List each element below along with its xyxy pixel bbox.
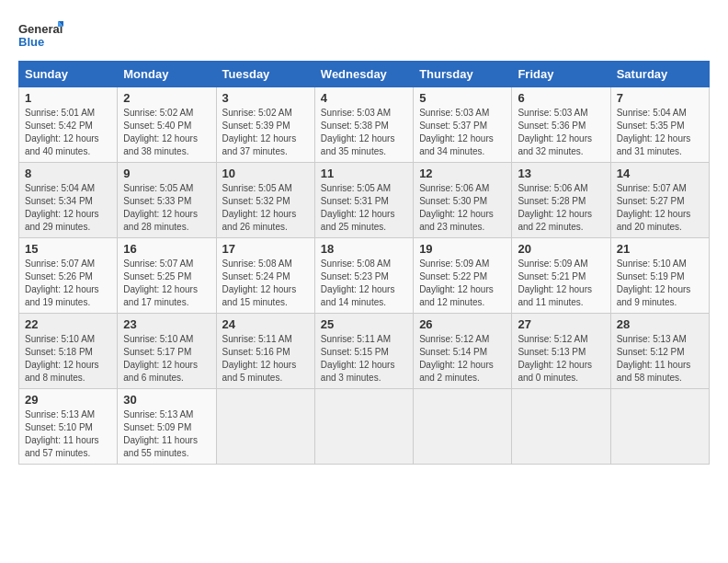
day-number: 23 <box>123 317 210 331</box>
calendar-header-wednesday: Wednesday <box>314 62 413 87</box>
day-info: Sunrise: 5:05 AMSunset: 5:31 PMDaylight:… <box>321 182 407 234</box>
calendar-cell: 25Sunrise: 5:11 AMSunset: 5:15 PMDayligh… <box>314 314 413 389</box>
day-number: 2 <box>123 91 210 105</box>
day-info: Sunrise: 5:09 AMSunset: 5:22 PMDaylight:… <box>419 258 506 309</box>
header: General Blue <box>18 18 710 52</box>
day-number: 29 <box>25 393 111 407</box>
day-number: 25 <box>321 317 407 331</box>
logo-svg: General Blue <box>18 18 64 52</box>
day-info: Sunrise: 5:13 AMSunset: 5:10 PMDaylight:… <box>25 408 111 460</box>
day-number: 15 <box>25 242 111 256</box>
day-info: Sunrise: 5:10 AMSunset: 5:19 PMDaylight:… <box>617 258 703 309</box>
day-info: Sunrise: 5:03 AMSunset: 5:38 PMDaylight:… <box>321 107 407 158</box>
day-number: 7 <box>617 91 703 105</box>
day-number: 19 <box>419 242 506 256</box>
day-number: 24 <box>222 317 309 331</box>
day-number: 3 <box>222 91 309 105</box>
calendar-header-row: SundayMondayTuesdayWednesdayThursdayFrid… <box>19 62 710 87</box>
day-info: Sunrise: 5:08 AMSunset: 5:23 PMDaylight:… <box>321 258 407 309</box>
day-info: Sunrise: 5:12 AMSunset: 5:13 PMDaylight:… <box>518 333 604 385</box>
calendar-cell <box>512 389 610 465</box>
calendar-cell <box>414 389 512 465</box>
calendar-week-3: 15Sunrise: 5:07 AMSunset: 5:26 PMDayligh… <box>19 238 710 314</box>
calendar-cell: 15Sunrise: 5:07 AMSunset: 5:26 PMDayligh… <box>19 238 118 314</box>
calendar-cell: 18Sunrise: 5:08 AMSunset: 5:23 PMDayligh… <box>314 238 413 314</box>
calendar-cell <box>610 389 709 465</box>
calendar-cell: 11Sunrise: 5:05 AMSunset: 5:31 PMDayligh… <box>314 163 413 238</box>
calendar-cell: 26Sunrise: 5:12 AMSunset: 5:14 PMDayligh… <box>414 314 512 389</box>
day-info: Sunrise: 5:13 AMSunset: 5:12 PMDaylight:… <box>617 333 703 385</box>
calendar-cell: 17Sunrise: 5:08 AMSunset: 5:24 PMDayligh… <box>216 238 314 314</box>
day-number: 12 <box>419 167 506 180</box>
calendar-cell: 20Sunrise: 5:09 AMSunset: 5:21 PMDayligh… <box>512 238 610 314</box>
day-info: Sunrise: 5:12 AMSunset: 5:14 PMDaylight:… <box>419 333 506 385</box>
calendar-cell: 22Sunrise: 5:10 AMSunset: 5:18 PMDayligh… <box>19 314 118 389</box>
day-number: 10 <box>222 167 309 180</box>
calendar-week-1: 1Sunrise: 5:01 AMSunset: 5:42 PMDaylight… <box>19 87 710 163</box>
calendar-cell: 12Sunrise: 5:06 AMSunset: 5:30 PMDayligh… <box>414 163 512 238</box>
day-number: 18 <box>321 242 407 256</box>
day-number: 14 <box>617 167 703 180</box>
calendar-cell: 29Sunrise: 5:13 AMSunset: 5:10 PMDayligh… <box>19 389 118 465</box>
day-number: 22 <box>25 317 111 331</box>
day-info: Sunrise: 5:07 AMSunset: 5:26 PMDaylight:… <box>25 258 111 309</box>
calendar-cell: 23Sunrise: 5:10 AMSunset: 5:17 PMDayligh… <box>118 314 216 389</box>
calendar-cell <box>216 389 314 465</box>
calendar-cell: 9Sunrise: 5:05 AMSunset: 5:33 PMDaylight… <box>118 163 216 238</box>
day-info: Sunrise: 5:04 AMSunset: 5:34 PMDaylight:… <box>25 182 111 234</box>
day-number: 30 <box>123 393 210 407</box>
day-number: 1 <box>25 91 111 105</box>
day-number: 11 <box>321 167 407 180</box>
day-info: Sunrise: 5:05 AMSunset: 5:33 PMDaylight:… <box>123 182 210 234</box>
calendar-cell: 2Sunrise: 5:02 AMSunset: 5:40 PMDaylight… <box>118 87 216 163</box>
calendar-week-4: 22Sunrise: 5:10 AMSunset: 5:18 PMDayligh… <box>19 314 710 389</box>
day-number: 9 <box>123 167 210 180</box>
day-info: Sunrise: 5:05 AMSunset: 5:32 PMDaylight:… <box>222 182 309 234</box>
calendar-cell: 10Sunrise: 5:05 AMSunset: 5:32 PMDayligh… <box>216 163 314 238</box>
calendar-cell: 24Sunrise: 5:11 AMSunset: 5:16 PMDayligh… <box>216 314 314 389</box>
calendar-cell: 1Sunrise: 5:01 AMSunset: 5:42 PMDaylight… <box>19 87 118 163</box>
calendar-cell: 21Sunrise: 5:10 AMSunset: 5:19 PMDayligh… <box>610 238 709 314</box>
calendar-cell: 5Sunrise: 5:03 AMSunset: 5:37 PMDaylight… <box>414 87 512 163</box>
day-info: Sunrise: 5:06 AMSunset: 5:28 PMDaylight:… <box>518 182 604 234</box>
calendar-cell: 6Sunrise: 5:03 AMSunset: 5:36 PMDaylight… <box>512 87 610 163</box>
day-info: Sunrise: 5:02 AMSunset: 5:40 PMDaylight:… <box>123 107 210 158</box>
calendar-header-saturday: Saturday <box>610 62 709 87</box>
day-info: Sunrise: 5:03 AMSunset: 5:37 PMDaylight:… <box>419 107 506 158</box>
day-info: Sunrise: 5:07 AMSunset: 5:27 PMDaylight:… <box>617 182 703 234</box>
svg-text:Blue: Blue <box>18 35 44 49</box>
day-info: Sunrise: 5:10 AMSunset: 5:18 PMDaylight:… <box>25 333 111 385</box>
day-number: 28 <box>617 317 703 331</box>
calendar-cell: 14Sunrise: 5:07 AMSunset: 5:27 PMDayligh… <box>610 163 709 238</box>
day-number: 5 <box>419 91 506 105</box>
calendar-cell: 13Sunrise: 5:06 AMSunset: 5:28 PMDayligh… <box>512 163 610 238</box>
day-info: Sunrise: 5:03 AMSunset: 5:36 PMDaylight:… <box>518 107 604 158</box>
day-info: Sunrise: 5:13 AMSunset: 5:09 PMDaylight:… <box>123 408 210 460</box>
day-number: 8 <box>25 167 111 180</box>
day-info: Sunrise: 5:02 AMSunset: 5:39 PMDaylight:… <box>222 107 309 158</box>
calendar-header-tuesday: Tuesday <box>216 62 314 87</box>
calendar-header-friday: Friday <box>512 62 610 87</box>
svg-text:General: General <box>18 22 63 36</box>
day-info: Sunrise: 5:10 AMSunset: 5:17 PMDaylight:… <box>123 333 210 385</box>
calendar-cell: 27Sunrise: 5:12 AMSunset: 5:13 PMDayligh… <box>512 314 610 389</box>
calendar-cell: 16Sunrise: 5:07 AMSunset: 5:25 PMDayligh… <box>118 238 216 314</box>
logo: General Blue <box>18 18 64 52</box>
day-number: 21 <box>617 242 703 256</box>
day-info: Sunrise: 5:04 AMSunset: 5:35 PMDaylight:… <box>617 107 703 158</box>
day-info: Sunrise: 5:09 AMSunset: 5:21 PMDaylight:… <box>518 258 604 309</box>
calendar-cell: 30Sunrise: 5:13 AMSunset: 5:09 PMDayligh… <box>118 389 216 465</box>
calendar-header-monday: Monday <box>118 62 216 87</box>
day-number: 27 <box>518 317 604 331</box>
calendar-cell <box>314 389 413 465</box>
calendar-cell: 7Sunrise: 5:04 AMSunset: 5:35 PMDaylight… <box>610 87 709 163</box>
calendar-cell: 19Sunrise: 5:09 AMSunset: 5:22 PMDayligh… <box>414 238 512 314</box>
day-number: 16 <box>123 242 210 256</box>
day-info: Sunrise: 5:07 AMSunset: 5:25 PMDaylight:… <box>123 258 210 309</box>
day-info: Sunrise: 5:11 AMSunset: 5:16 PMDaylight:… <box>222 333 309 385</box>
day-info: Sunrise: 5:01 AMSunset: 5:42 PMDaylight:… <box>25 107 111 158</box>
calendar-table: SundayMondayTuesdayWednesdayThursdayFrid… <box>18 61 710 465</box>
calendar-cell: 4Sunrise: 5:03 AMSunset: 5:38 PMDaylight… <box>314 87 413 163</box>
day-number: 20 <box>518 242 604 256</box>
calendar-header-thursday: Thursday <box>414 62 512 87</box>
